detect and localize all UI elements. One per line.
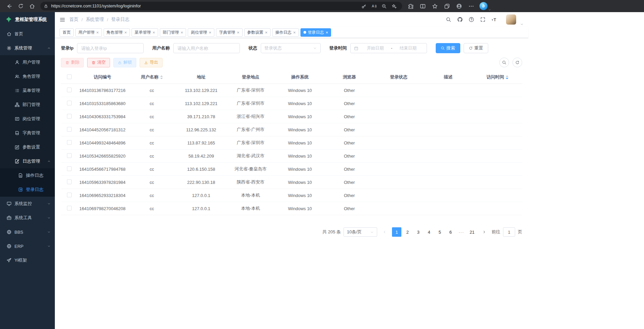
page-button-21[interactable]: 21 (467, 227, 477, 237)
sidebar-item-post-management[interactable]: 岗位管理 (0, 112, 55, 126)
tab-dict-management[interactable]: 字典管理× (216, 28, 243, 37)
page-button-4[interactable]: 4 (424, 227, 434, 237)
end-date-placeholder[interactable]: 结束日期 (393, 45, 423, 51)
tab-menu-management[interactable]: 菜单管理× (132, 28, 158, 37)
user-name-input[interactable] (173, 43, 240, 53)
tab-role-management[interactable]: 角色管理× (104, 28, 130, 37)
breadcrumb-item-home[interactable]: 首页 (69, 17, 78, 23)
sidebar-item-user-management[interactable]: 用户管理 (0, 55, 55, 69)
refresh-table-button[interactable] (512, 58, 522, 67)
row-checkbox[interactable] (67, 206, 72, 210)
font-size-button[interactable]: TT (489, 14, 499, 25)
table-row[interactable]: 1641044993248464896cc113.87.92.165广东省-深圳… (61, 136, 522, 150)
tab-user-management[interactable]: 用户管理× (75, 28, 102, 37)
export-button[interactable]: 导出 (140, 58, 163, 67)
page-size-select[interactable]: 10条/页 (344, 227, 377, 237)
row-checkbox[interactable] (67, 101, 72, 105)
close-tab-icon[interactable]: × (209, 30, 211, 35)
column-header-user-name[interactable]: 用户名称 (127, 71, 177, 84)
key-button[interactable] (359, 2, 368, 10)
browser-profile-button[interactable] (453, 1, 465, 11)
table-row[interactable]: 1641044520567181312cc112.96.225.132广东省-广… (61, 123, 522, 136)
page-button-6[interactable]: 6 (446, 227, 455, 237)
github-button[interactable] (455, 14, 465, 25)
search-button[interactable]: 搜索 (436, 43, 460, 53)
close-tab-icon[interactable]: × (237, 30, 240, 35)
sidebar-item-yi-framework[interactable]: Yi框架 (0, 253, 55, 267)
reset-button[interactable]: 重置 (464, 43, 488, 53)
close-tab-icon[interactable]: × (124, 30, 127, 35)
next-page-button[interactable] (479, 227, 489, 237)
search-button[interactable] (443, 14, 454, 25)
sidebar-item-bbs[interactable]: BBS (0, 225, 55, 239)
sidebar-item-operation-log[interactable]: 操作日志 (0, 168, 55, 183)
sort-icon[interactable] (160, 75, 163, 79)
site-lock-icon[interactable] (44, 4, 48, 8)
table-row[interactable]: 1641059633978281984cc222.90.130.18陕西省-西安… (61, 176, 522, 189)
sidebar-item-menu-management[interactable]: 菜单管理 (0, 84, 55, 98)
page-button-3[interactable]: 3 (414, 227, 423, 237)
table-row[interactable]: 1641069652933218304cc127.0.0.1本地-本机Windo… (61, 189, 522, 202)
address-bar[interactable]: https://ccnetcore.com:1101/system/log/lo… (40, 2, 402, 10)
favorite-add-button[interactable] (389, 2, 399, 10)
more-button[interactable] (465, 1, 477, 11)
toggle-search-button[interactable] (499, 58, 509, 67)
close-tab-icon[interactable]: × (152, 30, 155, 35)
table-row[interactable]: 1641031533185863680cc113.102.129.221广东省-… (61, 97, 522, 110)
row-checkbox[interactable] (67, 114, 72, 119)
url-text[interactable]: https://ccnetcore.com:1101/system/log/lo… (51, 4, 359, 8)
zoom-out-button[interactable] (379, 2, 389, 10)
avatar-chevron-down-icon[interactable] (520, 23, 524, 26)
clear-button[interactable]: 清空 (87, 58, 110, 67)
status-select[interactable]: 登录状态 (261, 43, 321, 53)
select-all-checkbox[interactable] (67, 74, 72, 79)
row-checkbox[interactable] (67, 140, 72, 145)
delete-button[interactable]: 删除 (61, 58, 84, 67)
prev-page-button[interactable] (380, 227, 389, 237)
extensions-button[interactable] (405, 1, 416, 11)
table-row[interactable]: 1641043063331753984cc39.171.210.78浙江省-绍兴… (61, 110, 522, 123)
sidebar-item-log-management[interactable]: 日志管理 (0, 154, 55, 168)
close-tab-icon[interactable]: × (293, 30, 296, 35)
goto-page-input[interactable] (503, 227, 515, 237)
table-row[interactable]: 1641069798270046208cc127.0.0.1本地-本机Windo… (61, 202, 522, 215)
sidebar-item-login-log[interactable]: 登录日志 (0, 183, 55, 197)
bing-chat-button[interactable]: b (479, 2, 488, 10)
sidebar-item-erp[interactable]: ERP (0, 239, 55, 253)
fullscreen-button[interactable] (478, 14, 488, 25)
sidebar-item-dept-management[interactable]: 部门管理 (0, 98, 55, 112)
user-avatar[interactable] (506, 14, 516, 25)
tab-dept-management[interactable]: 部门管理× (160, 28, 186, 37)
favorites-button[interactable] (429, 1, 440, 11)
row-checkbox[interactable] (67, 127, 72, 132)
table-row[interactable]: 1641031367863177216cc113.102.129.221广东省-… (61, 84, 522, 97)
row-checkbox[interactable] (67, 88, 72, 92)
login-ip-input[interactable] (77, 43, 144, 53)
sort-icon[interactable] (506, 75, 508, 79)
home-button[interactable] (26, 1, 38, 11)
close-tab-icon[interactable]: × (181, 30, 183, 35)
refresh-button[interactable] (15, 1, 26, 11)
read-aloud-button[interactable]: A (369, 2, 379, 10)
sidebar-item-dict-management[interactable]: 字典管理 (0, 126, 55, 140)
breadcrumb-item-system[interactable]: 系统管理 (86, 17, 104, 23)
start-date-placeholder[interactable]: 开始日期 (360, 45, 390, 51)
collections-button[interactable] (441, 1, 453, 11)
table-row[interactable]: 1641054566717984768cc120.6.150.158河北省-秦皇… (61, 163, 522, 176)
question-button[interactable] (466, 14, 476, 25)
row-checkbox[interactable] (67, 166, 72, 171)
row-checkbox[interactable] (67, 153, 72, 158)
pages-more-button[interactable]: ··· (457, 227, 466, 237)
sidebar-item-system-monitor[interactable]: 系统监控 (0, 197, 55, 211)
sidebar-item-system-management[interactable]: 系统管理 (0, 41, 55, 55)
split-screen-button[interactable] (417, 1, 428, 11)
page-button-1[interactable]: 1 (392, 227, 401, 237)
tab-login-log[interactable]: 登录日志× (300, 28, 331, 37)
close-tab-icon[interactable]: × (96, 30, 99, 35)
page-button-2[interactable]: 2 (403, 227, 412, 237)
back-button[interactable] (3, 1, 15, 11)
hamburger-icon[interactable] (60, 17, 65, 23)
unlock-button[interactable]: 解锁 (113, 58, 136, 67)
row-checkbox[interactable] (67, 193, 72, 197)
tab-home[interactable]: 首页 (60, 28, 74, 37)
